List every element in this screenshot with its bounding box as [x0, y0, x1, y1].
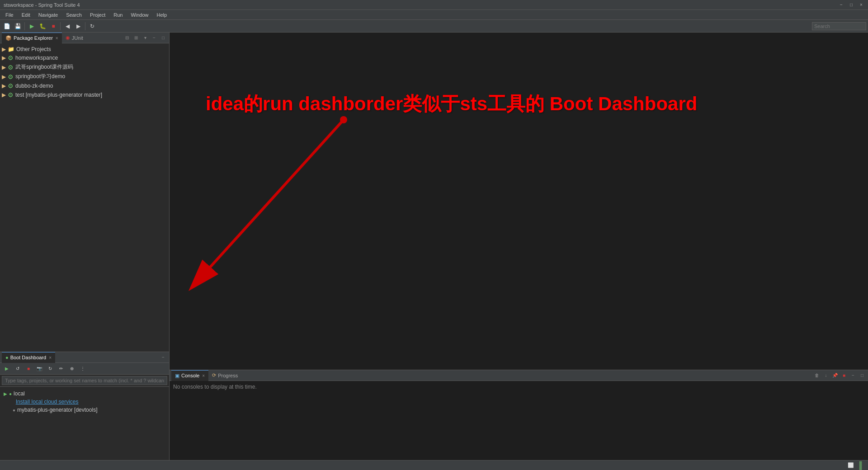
console-maximize-btn[interactable]: □ [858, 371, 866, 380]
toolbar-sep-1 [24, 22, 25, 30]
toolbar-search-area [812, 22, 866, 30]
boot-search-input[interactable] [2, 376, 167, 385]
collapse-all-btn[interactable]: ⊟ [123, 34, 131, 42]
toolbar-refresh[interactable]: ↻ [87, 21, 97, 31]
package-explorer-label: Package Explorer [14, 35, 53, 41]
console-clear-btn[interactable]: 🗑 [813, 371, 821, 380]
local-status-icon: ● [9, 391, 12, 396]
console-pin-btn[interactable]: 📌 [831, 371, 839, 380]
boot-snapshot-btn[interactable]: 📷 [34, 364, 44, 374]
minimize-panel-btn[interactable]: − [150, 34, 158, 42]
close-button[interactable]: × [858, 2, 864, 8]
menu-edit[interactable]: Edit [18, 11, 34, 19]
toolbar-sep-2 [60, 22, 61, 30]
tree-item-test-mybatis[interactable]: ▶ ⚙ test [mybatis-plus-generator master] [0, 90, 169, 99]
console-toolbar: 🗑 ↓ 📌 ■ − □ [813, 371, 866, 380]
tree-item-dubbo-zk-demo[interactable]: ▶ ⚙ dubbo-zk-demo [0, 81, 169, 90]
springboot-source-label: 武哥springboot课件源码 [15, 63, 167, 71]
console-label: Console [181, 373, 199, 378]
link-editor-btn[interactable]: ⊞ [132, 34, 140, 42]
svg-point-2 [340, 116, 347, 123]
toolbar-sep-3 [85, 22, 85, 30]
toolbar-debug[interactable]: 🐛 [38, 21, 47, 31]
explorer-tab-strip: 📦 Package Explorer × ◉ JUnit ⊟ ⊞ ▾ − □ [0, 33, 169, 43]
console-content: No consoles to display at this time. [170, 381, 868, 460]
menu-search[interactable]: Search [62, 11, 85, 19]
console-close[interactable]: × [202, 373, 205, 378]
local-group-header[interactable]: ▶ ● local [2, 390, 167, 398]
toolbar-save[interactable]: 💾 [13, 21, 23, 31]
main-layout: 📦 Package Explorer × ◉ JUnit ⊟ ⊞ ▾ − □ ▶… [0, 33, 868, 460]
toolbar-forward[interactable]: ▶ [73, 21, 83, 31]
tree-item-other-projects[interactable]: ▶ 📁 Other Projects [0, 45, 169, 53]
maximize-button[interactable]: □ [848, 2, 854, 8]
boot-edit-btn[interactable]: ✏ [56, 364, 66, 374]
menu-help[interactable]: Help [153, 11, 171, 19]
toolbar-run[interactable]: ▶ [27, 21, 37, 31]
boot-refresh-btn[interactable]: ↻ [45, 364, 55, 374]
chevron-icon-5: ▶ [2, 92, 6, 98]
tree-item-springboot-demo[interactable]: ▶ ⚙ springboot学习demo [0, 72, 169, 81]
menu-file[interactable]: File [2, 11, 17, 19]
boot-local-group: ▶ ● local · Install local cloud services… [0, 389, 169, 415]
junit-label: JUnit [72, 35, 83, 41]
project-icon-5: ⚙ [8, 91, 14, 99]
tab-package-explorer[interactable]: 📦 Package Explorer × [2, 33, 62, 43]
status-bar: ⬜ ▌ [0, 460, 868, 470]
editor-area: idea的run dashborder类似于sts工具的 Boot Dashbo… [170, 33, 868, 370]
tab-progress[interactable]: ⟳ Progress [208, 370, 241, 381]
tree-item-springboot-source[interactable]: ▶ ⚙ 武哥springboot课件源码 [0, 62, 169, 72]
console-scroll-btn[interactable]: ↓ [822, 371, 830, 380]
mybatis-generator-item[interactable]: ● mybatis-plus-generator [devtools] [2, 406, 167, 414]
boot-run-btn[interactable]: ▶ [2, 364, 12, 374]
menu-bar: File Edit Navigate Search Project Run Wi… [0, 10, 868, 20]
toolbar-stop[interactable]: ■ [48, 21, 58, 31]
menu-project[interactable]: Project [86, 11, 109, 19]
tab-boot-dashboard[interactable]: ● Boot Dashboard × [2, 352, 55, 363]
minimize-button[interactable]: − [838, 2, 844, 8]
project-icon-1: ⚙ [8, 54, 14, 61]
boot-stop-btn[interactable]: ■ [24, 364, 33, 374]
progress-label: Progress [218, 373, 238, 378]
toolbar-new[interactable]: 📄 [2, 21, 12, 31]
main-toolbar: 📄 💾 ▶ 🐛 ■ ◀ ▶ ↻ [0, 20, 868, 33]
menu-run[interactable]: Run [110, 11, 126, 19]
chevron-icon-1: ▶ [2, 55, 6, 61]
status-indicator: ▌ [859, 461, 864, 470]
boot-dashboard-close[interactable]: × [49, 355, 52, 360]
boot-search-bar [0, 375, 169, 387]
chevron-icon-3: ▶ [2, 74, 6, 80]
tab-junit[interactable]: ◉ JUnit [62, 33, 87, 43]
boot-dashboard-label: Boot Dashboard [10, 355, 47, 360]
menu-window[interactable]: Window [127, 11, 152, 19]
project-folder-icon: 📁 [8, 46, 14, 52]
boot-tab-actions: − [159, 353, 167, 362]
install-cloud-item[interactable]: · Install local cloud services [2, 398, 167, 406]
project-icon-2: ⚙ [8, 64, 14, 71]
boot-restart-btn[interactable]: ↺ [13, 364, 23, 374]
maximize-panel-btn[interactable]: □ [159, 34, 167, 42]
local-chevron-icon: ▶ [4, 391, 7, 396]
junit-icon: ◉ [66, 35, 70, 41]
chevron-icon-2: ▶ [2, 64, 6, 70]
title-bar: stsworkspace - Spring Tool Suite 4 − □ × [0, 0, 868, 10]
package-explorer-close[interactable]: × [56, 36, 58, 41]
boot-minimize-btn[interactable]: − [159, 353, 167, 362]
menu-navigate[interactable]: Navigate [35, 11, 61, 19]
console-stop-btn[interactable]: ■ [840, 371, 848, 380]
toolbar-search-input[interactable] [812, 22, 866, 30]
boot-dashboard-icon: ● [5, 355, 9, 360]
view-menu-btn[interactable]: ▾ [141, 34, 149, 42]
install-cloud-link[interactable]: Install local cloud services [16, 399, 79, 405]
tree-item-homeworkspance[interactable]: ▶ ⚙ homeworkspance [0, 53, 169, 62]
install-cloud-icon: · [13, 400, 14, 404]
toolbar-back[interactable]: ◀ [62, 21, 72, 31]
no-console-text: No consoles to display at this time. [173, 384, 257, 390]
tab-console[interactable]: ▣ Console × [171, 370, 208, 381]
chevron-icon-4: ▶ [2, 83, 6, 89]
boot-more-btn[interactable]: ⋮ [78, 364, 88, 374]
console-minimize-btn[interactable]: − [849, 371, 857, 380]
boot-open-btn[interactable]: ⊕ [67, 364, 77, 374]
boot-toolbar: ▶ ↺ ■ 📷 ↻ ✏ ⊕ ⋮ [0, 363, 169, 375]
annotation-text: idea的run dashborder类似于sts工具的 Boot Dashbo… [206, 91, 868, 117]
